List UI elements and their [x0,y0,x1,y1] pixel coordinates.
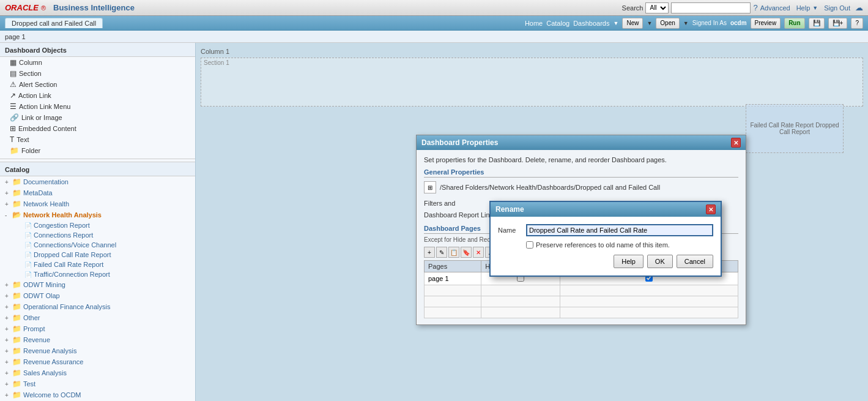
catalog-link-revenue[interactable]: Revenue [23,336,50,343]
catalog-item-connections[interactable]: 📄 Connections Report [0,230,195,240]
sidebar-item-action-link[interactable]: ↗ Action Link [0,90,195,101]
sidebar-item-alert-section[interactable]: ⚠ Alert Section [0,79,195,90]
rename-help-button[interactable]: Help [614,255,644,268]
expander-odwt-olap[interactable]: + [5,293,12,299]
sidebar-item-column[interactable]: ▦ Column [0,57,195,68]
search-scope-select[interactable]: All [645,2,669,13]
catalog-item-odwt-olap[interactable]: + 📁 ODWT Olap [0,290,195,301]
catalog-item-network-health[interactable]: + 📁 Network Health [0,198,195,209]
new-button[interactable]: New [622,18,643,29]
dashboard-props-close-button[interactable]: ✕ [731,138,741,148]
dashboard-props-title: Dashboard Properties [421,138,498,147]
dashboards-link[interactable]: Dashboards [573,20,609,27]
catalog-link-welcome[interactable]: Welcome to OCDM [23,391,81,399]
advanced-link[interactable]: Advanced [760,4,790,12]
expander-revenue-assurance[interactable]: + [5,359,12,365]
sidebar-item-section[interactable]: ▤ Section [0,68,195,79]
catalog-link-documentation[interactable]: Documentation [23,178,69,186]
catalog-item-traffic[interactable]: 📄 Traffic/Connection Report [0,269,195,279]
catalog-item-connections-voice[interactable]: 📄 Connections/Voice Channel [0,240,195,250]
catalog-item-failed-call[interactable]: 📄 Failed Call Rate Report [0,260,195,269]
help-button[interactable]: ? [851,18,863,29]
expander-nha[interactable]: - [5,212,12,219]
help-link[interactable]: Help [796,4,811,12]
catalog-link-congestion[interactable]: Congestion Report [34,222,90,229]
expander-operational-finance[interactable]: + [5,304,12,310]
catalog-item-dropped-call[interactable]: 📄 Dropped Call Rate Report [0,250,195,260]
catalog-link-failed-call[interactable]: Failed Call Rate Report [34,261,103,268]
catalog-link-connections[interactable]: Connections Report [34,231,93,239]
catalog-link-network-health[interactable]: Network Health [23,200,69,208]
catalog-link-odwt-olap[interactable]: ODWT Olap [23,292,60,299]
sidebar-item-link-image[interactable]: 🔗 Link or Image [0,112,195,123]
expander-odwt-mining[interactable]: + [5,282,12,288]
catalog-item-odwt-mining[interactable]: + 📁 ODWT Mining [0,279,195,290]
rename-name-input[interactable] [526,224,713,236]
rename-close-button[interactable]: ✕ [706,204,716,214]
run-button[interactable]: Run [784,18,804,29]
expander-other[interactable]: + [5,315,12,321]
catalog-link-connections-voice[interactable]: Connections/Voice Channel [34,241,116,249]
dashboard-tab[interactable]: Dropped call and Failed Call [5,18,103,28]
catalog-item-other[interactable]: + 📁 Other [0,312,195,323]
catalog-link-nha[interactable]: Network Health Analysis [23,211,102,219]
expander-welcome[interactable]: + [5,392,12,399]
expander-revenue[interactable]: + [5,337,12,343]
catalog-item-network-health-analysis[interactable]: - 📂 Network Health Analysis [0,209,195,220]
catalog-item-welcome[interactable]: + 📁 Welcome to OCDM [0,389,195,400]
sidebar-item-embedded[interactable]: ⊞ Embedded Content [0,123,195,134]
catalog-item-prompt[interactable]: + 📁 Prompt [0,323,195,334]
expander-prompt[interactable]: + [5,326,12,332]
expander-metadata[interactable]: + [5,190,12,197]
catalog-link-odwt-mining[interactable]: ODWT Mining [23,281,65,288]
expander-revenue-analysis[interactable]: + [5,348,12,354]
new-dropdown-icon[interactable]: ▼ [647,20,652,26]
pages-toolbar-btn-delete[interactable]: ✕ [473,247,484,258]
pages-toolbar-btn-2[interactable]: ✎ [436,247,447,258]
pages-toolbar-btn-4[interactable]: 🔖 [461,247,472,258]
catalog-item-revenue[interactable]: + 📁 Revenue [0,334,195,345]
signout-link[interactable]: Sign Out [824,4,850,12]
catalog-item-revenue-analysis[interactable]: + 📁 Revenue Analysis [0,345,195,356]
search-input[interactable] [671,2,751,13]
search-help-icon[interactable]: ? [753,3,757,12]
catalog-item-metadata[interactable]: + 📁 MetaData [0,187,195,198]
catalog-item-congestion[interactable]: 📄 Congestion Report [0,220,195,230]
catalog-link-operational-finance[interactable]: Operational Finance Analysis [23,303,110,310]
save-as-button[interactable]: 💾+ [828,18,848,29]
catalog-link-other[interactable]: Other [23,314,40,321]
sidebar-item-text[interactable]: T Text [0,134,195,145]
pages-toolbar-btn-3[interactable]: 📋 [448,247,459,258]
help-dropdown-icon[interactable]: ▼ [812,5,818,11]
save-button[interactable]: 💾 [809,18,825,29]
preview-button[interactable]: Preview [751,18,781,29]
catalog-item-test[interactable]: + 📁 Test [0,378,195,389]
catalog-link[interactable]: Catalog [546,20,569,27]
catalog-link-traffic[interactable]: Traffic/Connection Report [34,271,110,278]
open-button[interactable]: Open [656,18,679,29]
catalog-link-prompt[interactable]: Prompt [23,325,45,332]
catalog-item-operational-finance[interactable]: + 📁 Operational Finance Analysis [0,301,195,312]
sidebar-item-action-link-menu[interactable]: ☰ Action Link Menu [0,101,195,112]
expander-test[interactable]: + [5,381,12,388]
catalog-item-documentation[interactable]: + 📁 Documentation [0,176,195,187]
rename-cancel-button[interactable]: Cancel [677,255,713,268]
pages-toolbar-btn-1[interactable]: + [424,247,435,258]
catalog-link-test[interactable]: Test [23,380,35,388]
home-link[interactable]: Home [525,20,543,27]
catalog-item-sales-analysis[interactable]: + 📁 Sales Analysis [0,367,195,378]
open-dropdown-icon[interactable]: ▼ [683,20,689,26]
catalog-link-sales-analysis[interactable]: Sales Analysis [23,369,67,377]
dashboards-dropdown-icon[interactable]: ▼ [613,20,618,26]
sidebar-item-folder[interactable]: 📁 Folder [0,145,195,156]
preserve-checkbox[interactable] [526,241,533,249]
catalog-item-revenue-assurance[interactable]: + 📁 Revenue Assurance [0,356,195,367]
rename-ok-button[interactable]: OK [647,255,673,268]
catalog-link-revenue-assurance[interactable]: Revenue Assurance [23,358,83,365]
catalog-link-metadata[interactable]: MetaData [23,189,53,197]
expander-sales-analysis[interactable]: + [5,370,12,377]
expander-documentation[interactable]: + [5,179,12,186]
catalog-link-revenue-analysis[interactable]: Revenue Analysis [23,347,76,354]
expander-network-health[interactable]: + [5,201,12,208]
catalog-link-dropped-call[interactable]: Dropped Call Rate Report [34,251,111,258]
